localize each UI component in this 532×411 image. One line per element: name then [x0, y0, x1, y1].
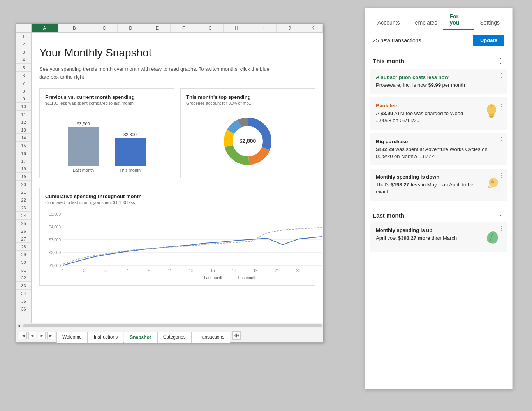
row-num-21: 21	[16, 188, 31, 196]
row-num-27: 27	[16, 235, 31, 243]
svg-text:$2,000: $2,000	[49, 251, 61, 255]
tab-instructions[interactable]: Instructions	[88, 332, 123, 342]
col-header-j[interactable]: J	[277, 24, 303, 32]
donut-chart-subtitle: Groceries account for 31% of mo...	[186, 101, 309, 105]
big-purchase-description: $482.29 was spent at Adventure Works Cyc…	[376, 146, 501, 160]
page-subtitle: See your spending trends month over mont…	[39, 65, 273, 81]
col-header-a[interactable]: A	[32, 24, 58, 32]
col-header-d[interactable]: D	[118, 24, 144, 32]
col-header-b[interactable]: B	[58, 24, 91, 32]
col-header-c[interactable]: C	[91, 24, 118, 32]
row-num-15: 15	[16, 142, 31, 149]
add-sheet-button[interactable]: ⊕	[232, 331, 241, 340]
row-num-7: 7	[16, 79, 31, 87]
line-chart-title: Cumulative spending throughout month	[45, 193, 309, 199]
right-panel: Accounts Templates For you Settings 25 n…	[365, 8, 513, 389]
update-button[interactable]: Update	[473, 35, 504, 46]
spending-up-description: April cost $393.27 more than March	[376, 235, 477, 242]
tab-nav-end[interactable]: ►|	[47, 332, 55, 339]
tab-snapshot[interactable]: Snapshot	[124, 332, 157, 342]
svg-text:3: 3	[83, 269, 85, 273]
row-num-14: 14	[16, 134, 31, 142]
row-num-11: 11	[16, 111, 31, 118]
row-num-6: 6	[16, 72, 31, 79]
tab-welcome[interactable]: Welcome	[56, 332, 88, 342]
sheet-tabs: |◄ ◄ ► ►| Welcome Instructions Snapshot …	[16, 328, 323, 342]
row-num-4: 4	[16, 56, 31, 64]
svg-text:11: 11	[167, 269, 172, 273]
row-num-34: 34	[16, 290, 31, 297]
transactions-count-text: 25 new transactions	[373, 37, 421, 44]
row-num-2: 2	[16, 40, 31, 48]
svg-point-38	[491, 180, 494, 183]
donut-chart: $2,800	[186, 110, 309, 172]
row-num-23: 23	[16, 204, 31, 212]
tab-templates[interactable]: Templates	[406, 16, 444, 30]
line-chart-subtitle: Compared to last month, you spent $1,100…	[45, 200, 309, 205]
this-month-label: This month	[120, 168, 141, 172]
spending-up-insight-card: ⋮ Monthly spending is up April cost $393…	[370, 222, 507, 252]
svg-text:13: 13	[189, 269, 194, 273]
subscription-more-icon[interactable]: ⋮	[498, 72, 504, 79]
tab-categories[interactable]: Categories	[157, 332, 192, 342]
donut-chart-box: This month's top spending Groceries acco…	[180, 88, 315, 178]
tab-nav-next[interactable]: ►	[38, 332, 46, 339]
tab-nav-start[interactable]: |◄	[19, 332, 27, 339]
svg-text:This month: This month	[237, 276, 256, 280]
row-num-24: 24	[16, 212, 31, 220]
col-header-h[interactable]: H	[224, 24, 250, 32]
col-header-k[interactable]: K	[303, 24, 323, 32]
tab-foryou[interactable]: For you	[443, 10, 474, 30]
row-num-9: 9	[16, 95, 31, 103]
this-month-title: This month	[373, 58, 404, 64]
tab-transactions[interactable]: Transactions	[192, 332, 230, 342]
row-num-13: 13	[16, 126, 31, 134]
svg-text:15: 15	[210, 269, 215, 273]
col-header-i[interactable]: I	[250, 24, 277, 32]
svg-point-35	[490, 116, 493, 118]
tab-accounts[interactable]: Accounts	[371, 16, 406, 30]
this-month-value: $2,800	[123, 132, 137, 137]
last-month-more-icon[interactable]: ⋮	[497, 212, 504, 219]
bank-fee-more-icon[interactable]: ⋮	[498, 100, 504, 108]
svg-text:5: 5	[104, 269, 107, 273]
row-num-3: 3	[16, 48, 31, 56]
row-num-33: 33	[16, 282, 31, 290]
row-num-20: 20	[16, 181, 31, 188]
svg-text:19: 19	[253, 269, 258, 273]
row-num-10: 10	[16, 103, 31, 111]
this-month-more-icon[interactable]: ⋮	[497, 57, 504, 64]
row-num-12: 12	[16, 118, 31, 126]
horizontal-scrollbar[interactable]: ◄	[16, 323, 323, 328]
row-num-32: 32	[16, 274, 31, 282]
row-num-30: 30	[16, 258, 31, 266]
spending-up-more-icon[interactable]: ⋮	[498, 225, 504, 232]
col-header-e[interactable]: E	[144, 24, 171, 32]
row-num-35: 35	[16, 297, 31, 305]
spending-down-description: That's $193.27 less in May than April, t…	[376, 181, 477, 195]
svg-text:7: 7	[126, 269, 128, 273]
transactions-bar: 25 new transactions Update	[365, 30, 512, 51]
col-header-f[interactable]: F	[171, 24, 197, 32]
spending-down-insight-card: ⋮ Monthly spending is down That's $193.2…	[370, 169, 507, 201]
svg-text:1: 1	[62, 269, 64, 273]
spending-down-category: Monthly spending is down	[376, 174, 477, 180]
line-chart-box: Cumulative spending throughout month Com…	[39, 188, 315, 286]
col-header-g[interactable]: G	[197, 24, 224, 32]
tab-settings[interactable]: Settings	[474, 16, 506, 30]
bank-fee-description: A $3.99 ATM fee was charged to Wood ...0…	[376, 110, 477, 124]
svg-text:9: 9	[147, 269, 150, 273]
donut-center-label: $2,800	[240, 138, 256, 144]
spreadsheet-content[interactable]: Your Monthly Snapshot See your spending …	[32, 33, 323, 323]
big-purchase-insight-card: ⋮ Big purchase $482.29 was spent at Adve…	[370, 133, 507, 165]
big-purchase-more-icon[interactable]: ⋮	[498, 136, 504, 144]
svg-text:$3,000: $3,000	[49, 238, 61, 242]
bar-chart: $3,900 Last month $2,800 This month	[45, 110, 168, 172]
this-month-section-header: This month ⋮	[365, 51, 512, 67]
row-num-31: 31	[16, 266, 31, 274]
last-month-label: Last month	[73, 168, 94, 172]
line-chart-svg: $5,000 $4,000 $3,000 $2,000 $1,000	[45, 208, 323, 280]
spending-down-more-icon[interactable]: ⋮	[498, 172, 504, 179]
tab-nav-prev[interactable]: ◄	[28, 332, 36, 339]
scroll-left-icon[interactable]: ◄	[16, 323, 22, 328]
